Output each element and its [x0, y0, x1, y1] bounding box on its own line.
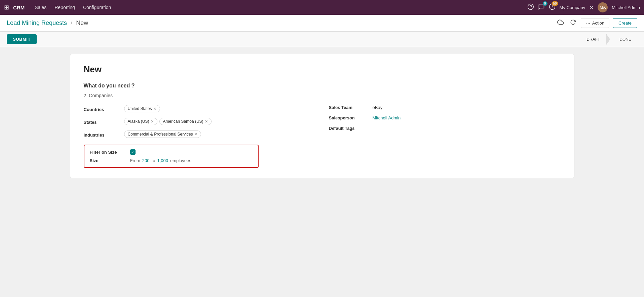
sales-team-value[interactable]: eBay: [373, 105, 383, 110]
sales-team-label: Sales Team: [329, 105, 373, 110]
states-row: States Alaska (US) ✕ American Samoa (US)…: [84, 118, 315, 125]
form-title: New: [84, 64, 561, 75]
state-chip-alaska-close[interactable]: ✕: [151, 119, 154, 124]
messages-icon[interactable]: 9: [538, 3, 545, 12]
breadcrumb: Lead Mining Requests / New: [7, 20, 88, 27]
breadcrumb-current: New: [76, 20, 88, 26]
country-chip-us-close[interactable]: ✕: [153, 107, 156, 111]
stage-done: DONE: [610, 34, 637, 45]
app-name[interactable]: CRM: [13, 5, 25, 10]
default-tags-label: Default Tags: [329, 126, 373, 131]
size-values: From 200 to 1,000 employees: [130, 158, 191, 163]
companies-row: 2 Companies: [84, 93, 561, 98]
industries-row: Industries Commercial & Professional Ser…: [84, 131, 315, 138]
industries-value: Commercial & Professional Services ✕: [124, 131, 315, 138]
create-button[interactable]: Create: [613, 18, 637, 28]
countries-row: Countries United States ✕: [84, 105, 315, 112]
breadcrumb-separator: /: [71, 20, 72, 26]
action-label: Action: [592, 21, 604, 26]
state-chip-american-samoa[interactable]: American Samoa (US) ✕: [159, 118, 212, 125]
form-two-col: Countries United States ✕ States Alaska …: [84, 105, 561, 168]
second-bar-actions: Action Create: [556, 17, 637, 29]
svg-point-5: [586, 23, 587, 23]
apps-icon[interactable]: ⊞: [4, 4, 9, 11]
filter-size-box: Filter on Size ✓ Size From 200 to 1,000 …: [84, 145, 259, 168]
salesperson-label: Salesperson: [329, 115, 373, 120]
size-from-value[interactable]: 200: [142, 158, 150, 163]
avatar[interactable]: MA: [598, 2, 608, 12]
stage-draft: DRAFT: [578, 34, 606, 45]
support-icon[interactable]: [527, 3, 534, 12]
sales-team-row: Sales Team eBay: [329, 105, 561, 110]
admin-name[interactable]: Mitchell Admin: [612, 5, 640, 10]
filter-size-label: Filter on Size: [90, 150, 130, 155]
state-chip-american-samoa-close[interactable]: ✕: [205, 119, 208, 124]
filter-size-checkbox[interactable]: ✓: [130, 149, 136, 155]
salesperson-value[interactable]: Mitchell Admin: [373, 115, 401, 120]
states-value: Alaska (US) ✕ American Samoa (US) ✕: [124, 118, 315, 125]
section-title: What do you need ?: [84, 83, 561, 89]
industry-chip-commercial-close[interactable]: ✕: [194, 132, 197, 137]
cloud-icon[interactable]: [556, 17, 565, 29]
states-label: States: [84, 118, 124, 125]
top-navigation: ⊞ CRM Sales Reporting Configuration 9 50…: [0, 0, 644, 15]
nav-reporting[interactable]: Reporting: [51, 3, 78, 11]
second-bar: Lead Mining Requests / New Action Create: [0, 15, 644, 32]
activity-badge: 50: [552, 1, 558, 6]
country-chip-us[interactable]: United States ✕: [124, 105, 160, 112]
form-left: Countries United States ✕ States Alaska …: [84, 105, 315, 168]
top-nav-right: 9 50 My Company ✕ MA Mitchell Admin: [527, 2, 640, 12]
svg-point-4: [589, 23, 590, 23]
size-row: Size From 200 to 1,000 employees: [90, 158, 253, 163]
main-content: New What do you need ? 2 Companies Count…: [0, 47, 644, 185]
breadcrumb-parent[interactable]: Lead Mining Requests: [7, 20, 67, 26]
size-to-value[interactable]: 1,000: [157, 158, 168, 163]
nav-configuration[interactable]: Configuration: [80, 3, 114, 11]
industries-label: Industries: [84, 131, 124, 138]
nav-sales[interactable]: Sales: [31, 3, 50, 11]
messages-badge: 9: [543, 1, 547, 6]
action-button[interactable]: Action: [581, 18, 609, 28]
salesperson-row: Salesperson Mitchell Admin: [329, 115, 561, 120]
svg-point-3: [588, 23, 588, 23]
size-to-text: to: [152, 158, 155, 163]
state-chip-alaska[interactable]: Alaska (US) ✕: [124, 118, 157, 125]
company-name[interactable]: My Company: [560, 5, 585, 10]
form-right: Sales Team eBay Salesperson Mitchell Adm…: [329, 105, 561, 168]
size-from-text: From: [130, 158, 140, 163]
filter-on-size-row: Filter on Size ✓: [90, 149, 253, 155]
size-employees-text: employees: [170, 158, 191, 163]
settings-icon[interactable]: ✕: [589, 4, 594, 11]
industry-chip-commercial[interactable]: Commercial & Professional Services ✕: [124, 131, 201, 138]
activity-icon[interactable]: 50: [549, 3, 556, 12]
third-bar: SUBMIT DRAFT DONE: [0, 32, 644, 47]
refresh-icon[interactable]: [569, 18, 577, 28]
countries-label: Countries: [84, 105, 124, 112]
size-label: Size: [90, 158, 130, 163]
status-stages: DRAFT DONE: [578, 33, 637, 45]
companies-label: Companies: [89, 93, 113, 98]
form-card: New What do you need ? 2 Companies Count…: [70, 54, 574, 178]
submit-button[interactable]: SUBMIT: [7, 34, 37, 44]
default-tags-row: Default Tags: [329, 126, 561, 131]
countries-value: United States ✕: [124, 105, 315, 112]
companies-count: 2: [84, 93, 86, 98]
